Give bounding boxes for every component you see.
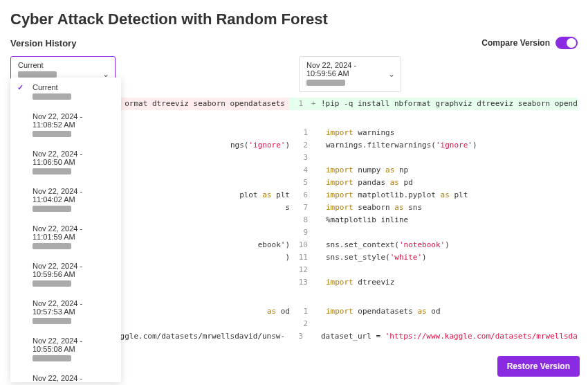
dropdown-item[interactable]: Nov 22, 2024 - 11:08:52 AM [10, 107, 121, 144]
dropdown-item-label: Nov 22, 2024 - 11:06:50 AM [33, 150, 114, 166]
page-title: Cyber Attack Detection with Random Fores… [10, 10, 578, 28]
compare-label: Compare Version [481, 38, 550, 48]
right-select-sub [306, 80, 345, 86]
dropdown-item-label: Current [33, 83, 114, 91]
dropdown-item-sub [33, 93, 71, 100]
version-dropdown: CurrentNov 22, 2024 - 11:08:52 AMNov 22,… [10, 78, 121, 353]
dropdown-item-label: Nov 22, 2024 - 11:01:59 AM [33, 224, 114, 241]
dropdown-item-label: Nov 22, 2024 - 11:04:02 AM [33, 187, 114, 204]
dropdown-item[interactable]: Nov 22, 2024 - 10:57:53 AM [10, 294, 121, 331]
dropdown-item-sub [33, 243, 71, 249]
dropdown-item-label: Nov 22, 2024 - 10:57:53 AM [33, 299, 114, 316]
dropdown-item-label: Nov 22, 2024 - 10:55:08 AM [33, 337, 114, 353]
dropdown-item-sub [33, 206, 71, 212]
chevron-down-icon: ⌄ [388, 69, 395, 79]
dropdown-item-sub [33, 280, 71, 287]
dropdown-item-sub [33, 131, 71, 137]
right-version-select[interactable]: Nov 22, 2024 - 10:59:56 AM ⌄ [299, 56, 401, 92]
dropdown-item-sub [33, 318, 71, 324]
dropdown-item-sub [33, 168, 71, 174]
compare-toggle-wrap: Compare Version ✓ [481, 37, 578, 49]
dropdown-item[interactable]: Nov 22, 2024 - 10:59:56 AM [10, 256, 121, 294]
dropdown-item[interactable]: Current [10, 78, 121, 107]
dropdown-item[interactable]: Nov 22, 2024 - 11:06:50 AM [10, 144, 121, 181]
dropdown-item-label: Nov 22, 2024 - 10:59:56 AM [33, 262, 114, 278]
header-row: Version History Compare Version ✓ [10, 37, 578, 49]
left-select-label: Current [18, 61, 94, 69]
dropdown-item-label: Nov 22, 2024 - 11:08:52 AM [33, 112, 114, 129]
left-select-sub [18, 71, 57, 78]
right-select-label: Nov 22, 2024 - 10:59:56 AM [306, 61, 380, 78]
dropdown-item[interactable]: Nov 22, 2024 - 11:04:02 AM [10, 181, 121, 219]
dropdown-item[interactable]: Nov 22, 2024 - 11:01:59 AM [10, 219, 121, 256]
compare-toggle[interactable]: ✓ [555, 37, 578, 49]
version-history-label: Version History [10, 38, 76, 48]
dropdown-item[interactable]: Nov 22, 2024 - 10:55:08 AM [10, 331, 121, 353]
